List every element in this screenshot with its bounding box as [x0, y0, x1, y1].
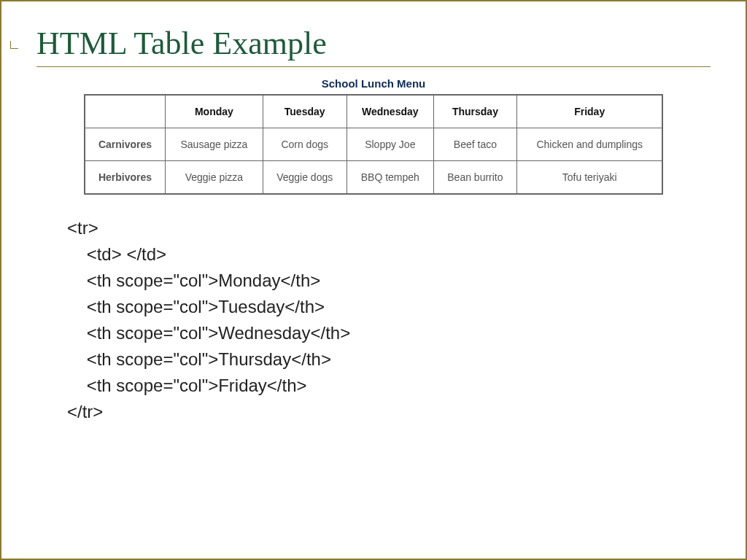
row-label-herbivores: Herbivores — [85, 161, 166, 195]
table-row: Herbivores Veggie pizza Veggie dogs BBQ … — [85, 161, 663, 195]
cell: Sausage pizza — [166, 128, 263, 161]
code-example: <tr> <td> </td> <th scope="col">Monday</… — [67, 215, 711, 425]
header-thursday: Thursday — [433, 95, 516, 128]
table-caption: School Lunch Menu — [36, 77, 711, 90]
cell: BBQ tempeh — [347, 161, 433, 195]
cell: Chicken and dumplings — [517, 128, 663, 161]
cell: Veggie pizza — [166, 161, 263, 195]
row-label-carnivores: Carnivores — [85, 128, 166, 161]
cell: Tofu teriyaki — [517, 161, 663, 195]
code-line: <td> </td> — [67, 244, 166, 264]
lunch-menu-table: Monday Tuesday Wednesday Thursday Friday… — [84, 94, 664, 195]
cell: Beef taco — [433, 128, 516, 161]
code-line: </tr> — [67, 402, 103, 421]
code-line: <tr> — [67, 218, 98, 238]
cell: Sloppy Joe — [347, 128, 433, 161]
cell: Corn dogs — [263, 128, 347, 161]
header-blank — [85, 95, 166, 128]
cell: Veggie dogs — [263, 161, 347, 195]
slide: HTML Table Example School Lunch Menu Mon… — [0, 0, 747, 560]
header-monday: Monday — [166, 95, 263, 128]
slide-title: HTML Table Example — [36, 25, 711, 67]
header-friday: Friday — [517, 95, 663, 128]
cell: Bean burrito — [433, 161, 516, 195]
code-line: <th scope="col">Wednesday</th> — [67, 323, 350, 343]
code-line: <th scope="col">Thursday</th> — [67, 349, 331, 369]
code-line: <th scope="col">Friday</th> — [67, 376, 307, 395]
table-header-row: Monday Tuesday Wednesday Thursday Friday — [85, 95, 663, 128]
code-line: <th scope="col">Tuesday</th> — [67, 297, 325, 316]
header-wednesday: Wednesday — [347, 95, 433, 128]
table-row: Carnivores Sausage pizza Corn dogs Slopp… — [85, 128, 663, 161]
decorative-corner — [10, 41, 18, 49]
header-tuesday: Tuesday — [263, 95, 347, 128]
code-line: <th scope="col">Monday</th> — [67, 271, 320, 290]
